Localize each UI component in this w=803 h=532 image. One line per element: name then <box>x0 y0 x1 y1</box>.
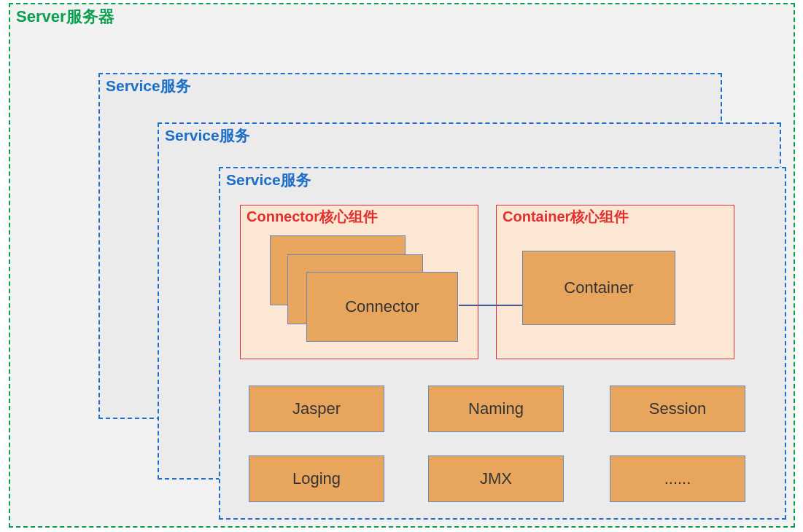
module-session: Session <box>610 386 745 432</box>
server-label: Server服务器 <box>16 6 115 28</box>
connector-block: Connector <box>306 272 458 342</box>
service-label-2: Service服务 <box>165 125 250 146</box>
module-jmx: JMX <box>428 455 564 502</box>
module-loging: Loging <box>249 455 384 502</box>
service-label-1: Service服务 <box>106 76 191 96</box>
module-jasper: Jasper <box>249 386 384 432</box>
container-core-label: Container核心组件 <box>503 207 629 227</box>
service-label-3: Service服务 <box>226 170 311 190</box>
module-naming: Naming <box>428 386 564 432</box>
connector-core-label: Connector核心组件 <box>247 207 378 227</box>
module-ellipsis: ...... <box>610 455 745 502</box>
container-block: Container <box>522 251 675 325</box>
connector-container-link <box>459 305 522 306</box>
